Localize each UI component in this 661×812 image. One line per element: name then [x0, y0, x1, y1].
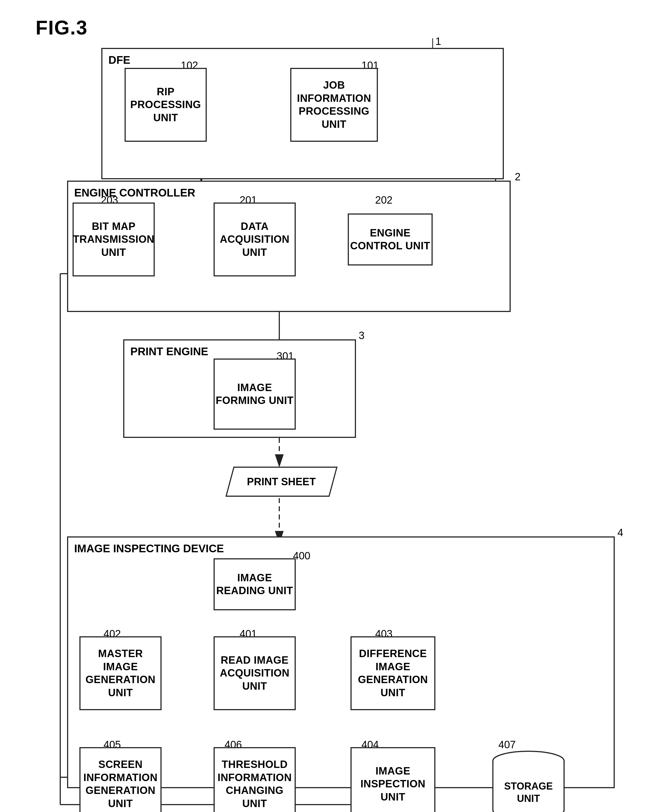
engine-ctrl-ref: 202 [375, 194, 393, 206]
data-acq-box: DATAACQUISITIONUNIT [214, 202, 296, 276]
svg-text:STORAGE: STORAGE [504, 780, 552, 792]
rip-box: RIPPROCESSINGUNIT [125, 68, 207, 142]
engine-ctrl-box: ENGINECONTROL UNIT [348, 213, 433, 266]
engine-controller-label: ENGINE CONTROLLER [74, 187, 195, 199]
print-engine-ref: 3 [359, 330, 364, 342]
read-image-acq-box: READ IMAGEACQUISITIONUNIT [214, 636, 296, 710]
diff-image-box: DIFFERENCEIMAGEGENERATIONUNIT [350, 636, 435, 710]
image-inspection-box: IMAGEINSPECTIONUNIT [350, 747, 435, 812]
fig-label: FIG.3 [35, 16, 88, 39]
storage-unit-wrap: STORAGE UNIT [490, 747, 567, 812]
engine-controller-ref: 2 [515, 171, 520, 183]
screen-info-box: SCREENINFORMATIONGENERATIONUNIT [80, 747, 161, 812]
print-sheet-box: PRINT SHEET [225, 467, 337, 497]
print-sheet-label: PRINT SHEET [247, 476, 316, 488]
job-box: JOBINFORMATIONPROCESSINGUNIT [290, 68, 378, 142]
storage-unit-svg: STORAGE UNIT [490, 747, 567, 812]
bitmap-box: BIT MAPTRANSMISSIONUNIT [73, 202, 155, 276]
svg-text:UNIT: UNIT [517, 793, 540, 804]
system-ref: 1 [435, 36, 441, 47]
print-engine-label: PRINT ENGINE [130, 345, 208, 358]
image-forming-box: IMAGEFORMING UNIT [214, 358, 296, 430]
dfe-label: DFE [109, 54, 130, 66]
master-image-box: MASTERIMAGEGENERATIONUNIT [80, 636, 161, 710]
image-inspecting-ref: 4 [618, 527, 623, 538]
image-inspecting-label: IMAGE INSPECTING DEVICE [74, 543, 224, 555]
threshold-info-box: THRESHOLDINFORMATIONCHANGINGUNIT [214, 747, 296, 812]
image-reading-box: IMAGEREADING UNIT [214, 558, 296, 610]
